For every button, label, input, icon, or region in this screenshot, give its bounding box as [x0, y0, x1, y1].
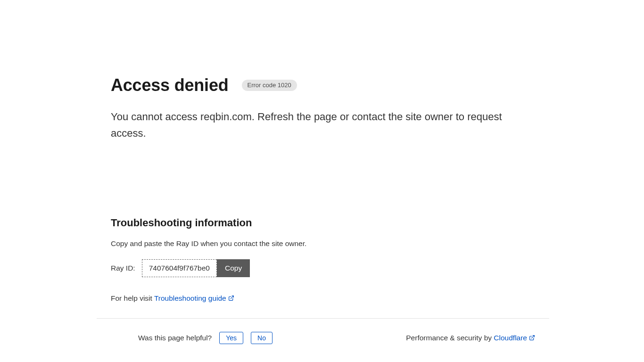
ray-id-row: Ray ID: 7407604f9f767be0 Copy [111, 259, 533, 277]
troubleshooting-instruction: Copy and paste the Ray ID when you conta… [111, 239, 533, 248]
external-link-icon [529, 334, 535, 343]
svg-line-1 [531, 336, 534, 338]
svg-line-0 [231, 296, 233, 299]
copy-button[interactable]: Copy [217, 259, 250, 277]
cloudflare-link[interactable]: Cloudflare [494, 334, 535, 342]
helpful-prompt: Was this page helpful? [138, 334, 212, 342]
help-prefix: For help visit [111, 294, 154, 302]
performance-security: Performance & security by Cloudflare [406, 334, 535, 343]
help-line: For help visit Troubleshooting guide [111, 294, 533, 303]
error-code-badge: Error code 1020 [242, 80, 297, 91]
ray-id-value: 7407604f9f767be0 [142, 259, 217, 277]
perf-prefix: Performance & security by [406, 334, 494, 342]
cloudflare-label: Cloudflare [494, 334, 527, 342]
yes-button[interactable]: Yes [219, 332, 243, 344]
external-link-icon [228, 295, 234, 303]
ray-id-label: Ray ID: [111, 264, 135, 272]
page-title: Access denied [111, 75, 229, 95]
no-button[interactable]: No [251, 332, 272, 344]
troubleshooting-guide-label: Troubleshooting guide [154, 294, 226, 302]
access-denied-message: You cannot access reqbin.com. Refresh th… [111, 108, 533, 141]
troubleshooting-heading: Troubleshooting information [111, 217, 533, 229]
troubleshooting-guide-link[interactable]: Troubleshooting guide [154, 294, 234, 302]
